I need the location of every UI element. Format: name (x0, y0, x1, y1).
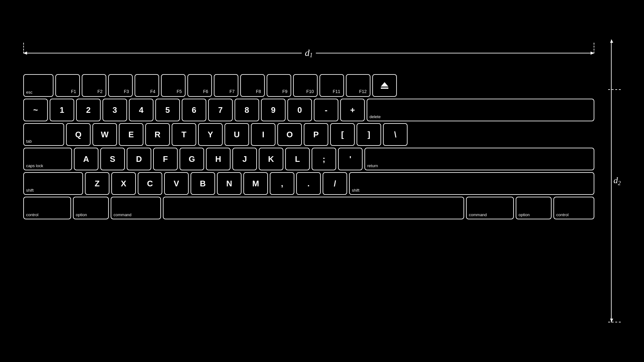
key-1[interactable]: 1 (50, 99, 74, 121)
key-command-right[interactable]: command (466, 197, 514, 219)
key-k[interactable]: K (259, 148, 283, 170)
key-2[interactable]: 2 (76, 99, 101, 121)
key-quote[interactable]: ' (338, 148, 363, 170)
key-f9[interactable]: F9 (267, 74, 291, 97)
key-6[interactable]: 6 (182, 99, 206, 121)
key-7[interactable]: 7 (208, 99, 233, 121)
shift-row: shift Z X C V B N M , (23, 172, 594, 195)
key-backslash-label: \ (394, 130, 396, 140)
key-8-label: 8 (245, 105, 249, 115)
key-0[interactable]: 0 (287, 99, 312, 121)
key-e[interactable]: E (119, 123, 143, 146)
key-tilde[interactable]: ~ (23, 99, 48, 121)
key-0-label: 0 (297, 105, 302, 115)
key-shift-right-label: shift (352, 188, 359, 193)
key-minus-label: - (325, 105, 328, 115)
key-tab[interactable]: tab (23, 123, 64, 146)
key-shift-right[interactable]: shift (349, 172, 594, 195)
key-n[interactable]: N (217, 172, 242, 195)
key-control-left[interactable]: control (23, 197, 71, 219)
key-f11-label: F11 (333, 89, 340, 94)
key-w-label: W (101, 130, 109, 140)
key-f6-label: F6 (203, 89, 208, 94)
key-h[interactable]: H (206, 148, 230, 170)
key-plus[interactable]: + (340, 99, 365, 121)
key-rbracket[interactable]: ] (357, 123, 381, 146)
key-delete[interactable]: delete (367, 99, 594, 121)
key-f2[interactable]: F2 (82, 74, 106, 97)
key-y[interactable]: Y (198, 123, 223, 146)
key-f[interactable]: F (153, 148, 178, 170)
key-g[interactable]: G (180, 148, 204, 170)
key-r[interactable]: R (145, 123, 170, 146)
key-control-left-label: control (26, 212, 38, 217)
key-3[interactable]: 3 (103, 99, 127, 121)
key-capslock[interactable]: caps lock (23, 148, 72, 170)
key-period[interactable]: . (296, 172, 321, 195)
d2-line (611, 40, 612, 322)
key-9[interactable]: 9 (261, 99, 286, 121)
key-p[interactable]: P (304, 123, 328, 146)
key-f2-label: F2 (97, 89, 103, 94)
key-eject[interactable] (372, 74, 397, 97)
key-minus[interactable]: - (314, 99, 338, 121)
key-f6[interactable]: F6 (187, 74, 212, 97)
key-f12[interactable]: F12 (346, 74, 370, 97)
key-f8-label: F8 (256, 89, 261, 94)
key-l[interactable]: L (285, 148, 310, 170)
key-shift-left-label: shift (26, 188, 34, 193)
caps-row: caps lock A S D F G H J (23, 148, 594, 170)
key-o[interactable]: O (277, 123, 302, 146)
key-i[interactable]: I (251, 123, 275, 146)
key-j[interactable]: J (232, 148, 257, 170)
key-5[interactable]: 5 (155, 99, 180, 121)
key-a[interactable]: A (74, 148, 98, 170)
key-d[interactable]: D (127, 148, 151, 170)
key-command-left[interactable]: command (111, 197, 161, 219)
key-lbracket-label: [ (341, 130, 344, 140)
key-r-label: R (155, 130, 161, 140)
key-f11[interactable]: F11 (319, 74, 344, 97)
key-quote-label: ' (349, 154, 351, 164)
key-f8[interactable]: F8 (240, 74, 265, 97)
key-w[interactable]: W (92, 123, 117, 146)
key-lbracket[interactable]: [ (330, 123, 355, 146)
key-v[interactable]: V (164, 172, 189, 195)
key-b[interactable]: B (191, 172, 215, 195)
key-z[interactable]: Z (85, 172, 109, 195)
key-f4[interactable]: F4 (135, 74, 159, 97)
key-period-label: . (307, 179, 309, 189)
key-return[interactable]: return (364, 148, 594, 170)
key-slash[interactable]: / (323, 172, 347, 195)
key-f3[interactable]: F3 (108, 74, 133, 97)
key-f7[interactable]: F7 (214, 74, 238, 97)
key-esc[interactable]: esc (23, 74, 53, 97)
key-x[interactable]: X (111, 172, 136, 195)
key-4[interactable]: 4 (129, 99, 153, 121)
key-s[interactable]: S (100, 148, 125, 170)
key-semicolon[interactable]: ; (312, 148, 336, 170)
key-control-right[interactable]: control (553, 197, 594, 219)
key-6-label: 6 (192, 105, 196, 115)
d1-label: d (305, 47, 310, 58)
key-f5[interactable]: F5 (161, 74, 186, 97)
key-shift-left[interactable]: shift (23, 172, 83, 195)
key-option-right[interactable]: option (516, 197, 552, 219)
key-c[interactable]: C (138, 172, 162, 195)
key-option-left[interactable]: option (73, 197, 109, 219)
key-y-label: Y (208, 130, 213, 140)
key-e-label: E (128, 130, 134, 140)
key-rbracket-label: ] (368, 130, 370, 140)
key-f10[interactable]: F10 (293, 74, 318, 97)
key-v-label: V (174, 179, 179, 189)
key-space[interactable] (163, 197, 464, 219)
key-8[interactable]: 8 (235, 99, 259, 121)
key-f1[interactable]: F1 (55, 74, 80, 97)
key-tab-label: tab (26, 139, 32, 144)
key-q[interactable]: Q (66, 123, 91, 146)
key-t[interactable]: T (172, 123, 196, 146)
key-comma[interactable]: , (270, 172, 294, 195)
key-m[interactable]: M (243, 172, 268, 195)
key-backslash[interactable]: \ (383, 123, 408, 146)
key-u[interactable]: U (225, 123, 249, 146)
